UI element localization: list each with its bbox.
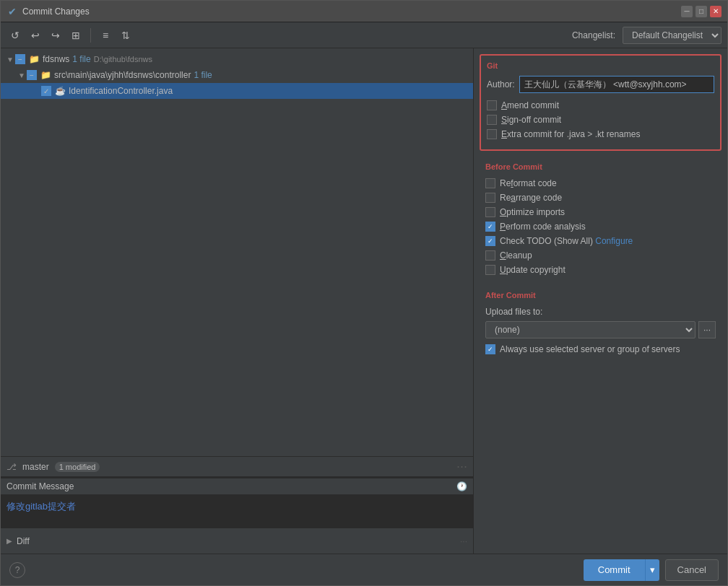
file-tree[interactable]: ▼ − 📁 fdsnws 1 file D:\github\fdsnws ▼ −… <box>1 48 473 456</box>
commit-dropdown-button[interactable]: ▾ <box>645 559 659 581</box>
redo-button[interactable]: ↪ <box>47 27 64 44</box>
refresh-button[interactable]: ↺ <box>6 27 24 44</box>
group-button[interactable]: ⊞ <box>67 27 84 44</box>
close-button[interactable]: ✕ <box>710 6 722 17</box>
branch-icon: ⎇ <box>6 462 17 472</box>
upload-select[interactable]: (none) <box>485 321 696 338</box>
tree-count-fdsnws: 1 file <box>72 54 90 64</box>
right-panel: Git Author: Amend commit Sign-off commit… <box>474 48 727 554</box>
amend-commit-label: Amend commit <box>501 100 559 110</box>
java-file-icon: ☕ <box>54 85 66 97</box>
rearrange-code-label: Rearrange code <box>500 193 562 203</box>
undo-button[interactable]: ↩ <box>27 27 44 44</box>
changelist-label: Changelist: <box>572 30 615 40</box>
sign-off-commit-label: Sign-off commit <box>501 115 561 125</box>
always-use-row[interactable]: ✓ Always use selected server or group of… <box>485 344 716 354</box>
diff-label: Diff <box>17 536 30 546</box>
perform-code-analysis-row[interactable]: ✓ Perform code analysis <box>485 222 716 232</box>
changelist-select[interactable]: Default Changelist <box>623 27 722 44</box>
cancel-button[interactable]: Cancel <box>665 559 719 581</box>
git-section-title: Git <box>487 61 714 70</box>
perform-code-analysis-label: Perform code analysis <box>500 222 586 232</box>
reformat-code-checkbox[interactable] <box>485 178 495 188</box>
extra-commit-row[interactable]: Extra commit for .java > .kt renames <box>487 129 714 139</box>
upload-label: Upload files to: <box>485 307 716 317</box>
rearrange-code-row[interactable]: Rearrange code <box>485 193 716 203</box>
bottom-bar: ? Commit ▾ Cancel <box>1 554 727 585</box>
author-input[interactable] <box>519 76 714 93</box>
folder-icon-fdsnws: 📁 <box>28 53 40 65</box>
after-commit-title: After Commit <box>485 291 716 299</box>
author-label: Author: <box>487 79 515 89</box>
commit-message-area: Commit Message 🕐 修改gitlab提交者 <box>1 476 473 528</box>
commit-button[interactable]: Commit <box>584 559 645 581</box>
update-copyright-label: Update copyright <box>500 265 566 275</box>
tree-item-controller[interactable]: ▼ − 📁 src\main\java\yjhh\fdsnws\controll… <box>1 67 473 83</box>
tree-label-fdsnws: fdsnws <box>43 54 69 64</box>
sign-off-commit-checkbox[interactable] <box>487 115 497 125</box>
expand-arrow-fdsnws[interactable]: ▼ <box>6 56 15 64</box>
optimize-imports-checkbox[interactable] <box>485 207 495 217</box>
checkbox-fdsnws[interactable]: − <box>15 54 25 64</box>
toolbar-separator <box>90 28 91 43</box>
clock-icon[interactable]: 🕐 <box>456 481 467 491</box>
reformat-code-row[interactable]: Reformat code <box>485 178 716 188</box>
commit-button-group: Commit ▾ <box>584 559 659 581</box>
tree-label-controller: src\main\java\yjhh\fdsnws\controller <box>54 70 191 80</box>
extra-commit-label: Extra commit for .java > .kt renames <box>501 129 640 139</box>
commit-message-header: Commit Message 🕐 <box>1 478 473 494</box>
check-todo-row[interactable]: ✓ Check TODO (Show All) Configure <box>485 236 716 246</box>
amend-commit-checkbox[interactable] <box>487 100 497 110</box>
extra-commit-checkbox[interactable] <box>487 129 497 139</box>
minimize-button[interactable]: ─ <box>681 6 693 17</box>
toolbar: ↺ ↩ ↪ ⊞ ≡ ⇅ Changelist: Default Changeli… <box>1 22 727 48</box>
before-commit-title: Before Commit <box>485 162 716 171</box>
diff-expand-arrow[interactable]: ▶ <box>6 537 12 545</box>
update-copyright-row[interactable]: Update copyright <box>485 265 716 275</box>
tree-path-fdsnws: D:\github\fdsnws <box>94 55 152 64</box>
check-todo-checkbox[interactable]: ✓ <box>485 236 495 246</box>
upload-select-more-button[interactable]: ··· <box>698 321 716 338</box>
bottom-status-bar: ⎇ master 1 modified ··· <box>1 456 473 476</box>
diff-section: ▶ Diff ··· <box>1 528 473 554</box>
commit-message-input[interactable]: 修改gitlab提交者 <box>1 494 473 528</box>
configure-link[interactable]: Configure <box>595 236 633 246</box>
main-area: ▼ − 📁 fdsnws 1 file D:\github\fdsnws ▼ −… <box>1 48 727 554</box>
amend-commit-row[interactable]: Amend commit <box>487 100 714 110</box>
cleanup-row[interactable]: Cleanup <box>485 250 716 261</box>
tree-label-file: IdentificationController.java <box>69 86 173 96</box>
git-section: Git Author: Amend commit Sign-off commit… <box>480 54 722 151</box>
update-copyright-checkbox[interactable] <box>485 265 495 275</box>
left-panel: ▼ − 📁 fdsnws 1 file D:\github\fdsnws ▼ −… <box>1 48 474 554</box>
perform-code-analysis-checkbox[interactable]: ✓ <box>485 222 495 232</box>
help-button[interactable]: ? <box>9 562 25 578</box>
maximize-button[interactable]: □ <box>696 6 707 17</box>
cleanup-label: Cleanup <box>500 250 532 261</box>
window-icon: ✔ <box>6 6 18 17</box>
before-commit-section: Before Commit Reformat code Rearrange co… <box>480 157 722 285</box>
checkbox-file[interactable]: ✓ <box>41 86 51 96</box>
tree-item-fdsnws[interactable]: ▼ − 📁 fdsnws 1 file D:\github\fdsnws <box>1 51 473 67</box>
title-bar: ✔ Commit Changes ─ □ ✕ <box>1 1 727 22</box>
rearrange-code-checkbox[interactable] <box>485 193 495 203</box>
optimize-imports-label: Optimize imports <box>500 207 565 217</box>
expand-button[interactable]: ≡ <box>97 27 114 44</box>
checkbox-controller[interactable]: − <box>27 70 37 80</box>
cleanup-checkbox[interactable] <box>485 250 495 261</box>
always-use-label: Always use selected server or group of s… <box>500 344 680 354</box>
collapse-button[interactable]: ⇅ <box>117 27 134 44</box>
author-row: Author: <box>487 76 714 93</box>
optimize-imports-row[interactable]: Optimize imports <box>485 207 716 217</box>
folder-icon-controller: 📁 <box>40 69 51 81</box>
expand-arrow-controller[interactable]: ▼ <box>18 71 27 79</box>
window-title: Commit Changes <box>22 6 681 17</box>
tree-item-file[interactable]: ▶ ✓ ☕ IdentificationController.java <box>1 83 473 99</box>
after-commit-section: After Commit Upload files to: (none) ···… <box>480 285 722 364</box>
check-todo-label: Check TODO (Show All) Configure <box>500 236 633 246</box>
window-controls: ─ □ ✕ <box>681 6 722 17</box>
bottom-dots: ··· <box>456 459 467 474</box>
diff-dots: ··· <box>460 536 467 546</box>
sign-off-commit-row[interactable]: Sign-off commit <box>487 115 714 125</box>
always-use-checkbox[interactable]: ✓ <box>485 344 495 354</box>
modified-badge: 1 modified <box>55 462 100 472</box>
